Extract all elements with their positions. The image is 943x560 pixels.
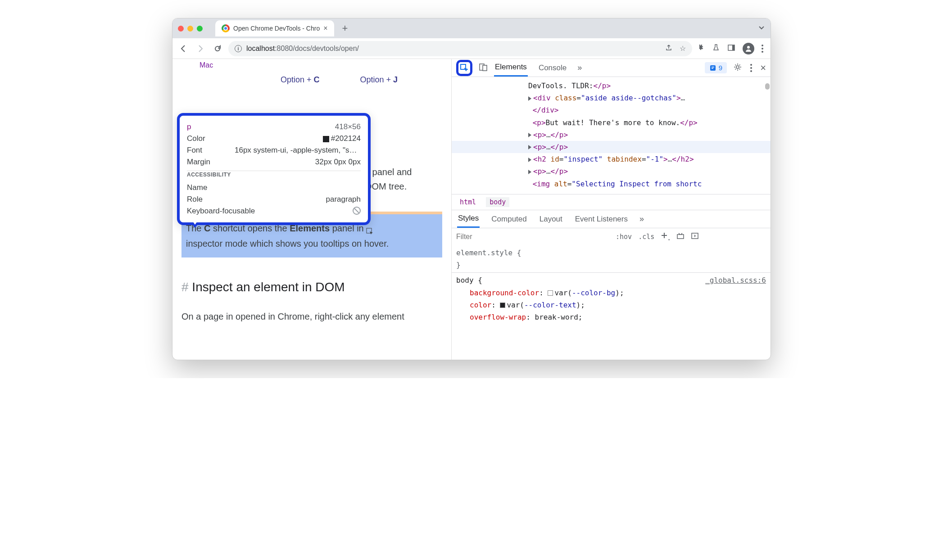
tooltip-dimensions: 418×56 — [335, 122, 361, 131]
side-panel-icon[interactable] — [727, 44, 735, 54]
share-icon[interactable] — [665, 44, 672, 53]
style-source-link[interactable]: _global.scss:6 — [705, 274, 766, 286]
device-toggle-button[interactable] — [479, 63, 488, 73]
window-controls — [178, 26, 203, 32]
expand-icon[interactable] — [528, 133, 531, 137]
body-paragraph: On a page in opened in Chrome, right-cli… — [181, 294, 442, 322]
tab-console[interactable]: Console — [538, 60, 567, 76]
hov-toggle[interactable]: :hov — [616, 233, 632, 241]
tab-event-listeners[interactable]: Event Listeners — [574, 211, 629, 227]
tooltip-font-value: 16px system-ui, -apple-system, "syste… — [235, 146, 361, 155]
tooltip-tag: p — [187, 122, 191, 131]
computed-sidebar-icon[interactable] — [691, 232, 699, 242]
dom-selected-node[interactable]: <p>…</p> — [452, 141, 771, 153]
maximize-window-icon[interactable] — [197, 26, 203, 32]
styles-filter-row: :hov .cls ▾ — [452, 228, 771, 245]
tooltip-role-value: paragraph — [326, 195, 361, 204]
settings-icon[interactable] — [733, 63, 742, 73]
devtools-menu-icon[interactable] — [750, 64, 752, 72]
svg-point-8 — [736, 66, 739, 68]
breadcrumb-body[interactable]: body — [486, 197, 509, 207]
tab-strip: Open Chrome DevTools - Chro × + — [172, 18, 771, 38]
more-tabs-icon[interactable]: » — [577, 63, 582, 72]
browser-tab[interactable]: Open Chrome DevTools - Chro × — [215, 20, 334, 36]
close-devtools-icon[interactable]: × — [760, 62, 766, 74]
tab-search-icon[interactable] — [758, 24, 765, 33]
element-tooltip: p418×56 Color#202124 Font16px system-ui,… — [177, 113, 371, 225]
cls-toggle[interactable]: .cls — [638, 233, 654, 241]
extensions-icon[interactable] — [697, 44, 705, 54]
tooltip-keyboard-label: Keyboard-focusable — [187, 207, 255, 216]
bookmark-icon[interactable]: ☆ — [680, 44, 686, 53]
platform-label: Mac — [172, 59, 451, 72]
reload-button[interactable] — [211, 42, 224, 55]
tooltip-margin-label: Margin — [187, 158, 210, 167]
styles-filter-input[interactable] — [456, 233, 609, 241]
back-button[interactable] — [177, 42, 190, 55]
url-text: localhost:8080/docs/devtools/open/ — [246, 45, 359, 53]
tooltip-color-value: #202124 — [323, 134, 361, 143]
browser-window: Open Chrome DevTools - Chro × + i localh… — [172, 18, 771, 360]
styles-tabs: Styles Computed Layout Event Listeners » — [452, 210, 771, 228]
tab-styles[interactable]: Styles — [457, 210, 480, 228]
devtools-panel: Elements Console » 9 × DevTools. TLDR:</… — [452, 59, 771, 360]
more-styles-tabs-icon[interactable]: » — [639, 214, 644, 224]
svg-point-2 — [747, 46, 750, 49]
browser-toolbar: i localhost:8080/docs/devtools/open/ ☆ — [172, 38, 771, 59]
tooltip-name-label: Name — [187, 183, 207, 192]
tab-title: Open Chrome DevTools - Chro — [233, 25, 320, 32]
tooltip-color-label: Color — [187, 134, 205, 143]
dom-tree[interactable]: DevTools. TLDR:</p> <div class="aside as… — [452, 77, 771, 194]
tab-layout[interactable]: Layout — [539, 211, 563, 227]
chrome-favicon-icon — [222, 24, 230, 32]
site-info-icon[interactable]: i — [235, 45, 242, 52]
devtools-toolbar: Elements Console » 9 × — [452, 59, 771, 77]
address-bar[interactable]: i localhost:8080/docs/devtools/open/ ☆ — [228, 41, 692, 56]
labs-icon[interactable] — [712, 44, 720, 54]
section-heading: # Inspect an element in DOM — [181, 257, 442, 294]
profile-avatar-icon[interactable] — [743, 43, 754, 54]
tooltip-margin-value: 32px 0px 0px — [315, 158, 361, 167]
toggle-common-classes-icon[interactable] — [676, 232, 685, 242]
svg-rect-1 — [732, 45, 734, 50]
forward-button[interactable] — [194, 42, 207, 55]
svg-rect-9 — [677, 235, 684, 239]
page-content: Mac Option + C Option + J p418×56 Color#… — [172, 59, 452, 360]
close-window-icon[interactable] — [178, 26, 184, 32]
tab-computed[interactable]: Computed — [490, 211, 527, 227]
not-focusable-icon — [353, 207, 361, 215]
dom-breadcrumb: html body — [452, 194, 771, 210]
breadcrumb-html[interactable]: html — [456, 197, 480, 207]
svg-rect-7 — [710, 65, 716, 71]
inspect-element-button[interactable] — [456, 60, 472, 76]
styles-pane[interactable]: element.style { } body {_global.scss:6 b… — [452, 245, 771, 360]
tooltip-accessibility-heading: ACCESSIBILITY — [187, 171, 361, 182]
tab-close-icon[interactable]: × — [323, 24, 327, 32]
expand-icon[interactable] — [528, 96, 531, 101]
minimize-window-icon[interactable] — [187, 26, 193, 32]
tab-elements[interactable]: Elements — [494, 59, 528, 77]
inspector-cursor-icon — [366, 225, 374, 233]
new-style-rule-icon[interactable]: ▾ — [661, 232, 670, 242]
expand-icon[interactable] — [528, 145, 531, 149]
scrollbar-thumb[interactable] — [765, 83, 770, 90]
issues-badge[interactable]: 9 — [705, 62, 727, 73]
svg-rect-6 — [483, 65, 487, 71]
new-tab-button[interactable]: + — [338, 23, 353, 34]
tooltip-font-label: Font — [187, 146, 202, 155]
tooltip-role-label: Role — [187, 195, 203, 204]
keyboard-shortcuts: Option + C Option + J — [172, 72, 451, 93]
chrome-menu-icon[interactable] — [762, 45, 763, 53]
expand-icon[interactable] — [528, 158, 531, 162]
expand-icon[interactable] — [528, 170, 531, 174]
